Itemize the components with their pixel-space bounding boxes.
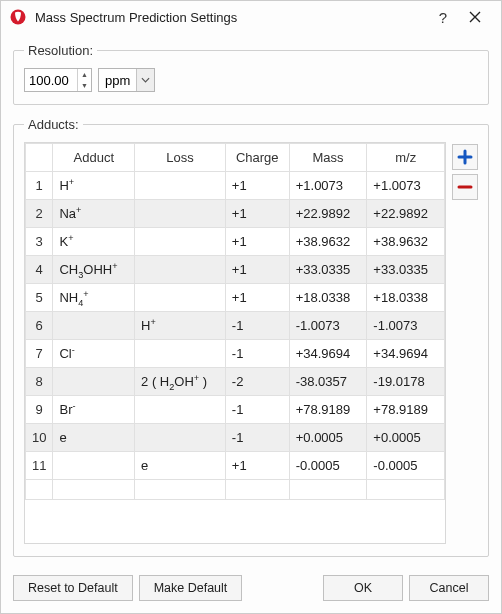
cell-mz[interactable]: +1.0073 — [367, 172, 445, 200]
cell-mz[interactable]: -1.0073 — [367, 312, 445, 340]
table-row-empty[interactable] — [26, 480, 445, 500]
cell-mz[interactable]: +33.0335 — [367, 256, 445, 284]
cell-adduct[interactable]: Na+ — [53, 200, 135, 228]
cell-mass[interactable]: +34.9694 — [289, 340, 367, 368]
cell-mass[interactable]: -38.0357 — [289, 368, 367, 396]
ok-button[interactable]: OK — [323, 575, 403, 601]
cell-adduct[interactable]: H+ — [53, 172, 135, 200]
cell-n[interactable]: 7 — [26, 340, 53, 368]
cell-charge[interactable]: -2 — [225, 368, 289, 396]
cell-loss[interactable]: e — [135, 452, 226, 480]
cell-n[interactable]: 6 — [26, 312, 53, 340]
add-row-button[interactable] — [452, 144, 478, 170]
table-row[interactable]: 7Cl--1+34.9694+34.9694 — [26, 340, 445, 368]
cell-mz[interactable]: +78.9189 — [367, 396, 445, 424]
cell-adduct[interactable] — [53, 368, 135, 396]
cell-charge[interactable]: -1 — [225, 424, 289, 452]
cell-mz[interactable]: +22.9892 — [367, 200, 445, 228]
cell-loss[interactable] — [135, 340, 226, 368]
cell-mass[interactable]: -1.0073 — [289, 312, 367, 340]
cell-charge[interactable]: +1 — [225, 172, 289, 200]
table-row[interactable]: 1H++1+1.0073+1.0073 — [26, 172, 445, 200]
chevron-down-icon[interactable] — [136, 69, 154, 91]
cell-mass[interactable]: +1.0073 — [289, 172, 367, 200]
help-button[interactable]: ? — [427, 7, 459, 27]
table-row[interactable]: 11e+1-0.0005-0.0005 — [26, 452, 445, 480]
table-row[interactable]: 5NH4++1+18.0338+18.0338 — [26, 284, 445, 312]
cell-mz[interactable]: +18.0338 — [367, 284, 445, 312]
cell-adduct[interactable]: Cl- — [53, 340, 135, 368]
table-row[interactable]: 6H+-1-1.0073-1.0073 — [26, 312, 445, 340]
cell-mass[interactable]: +0.0005 — [289, 424, 367, 452]
cell-mz[interactable]: +0.0005 — [367, 424, 445, 452]
unit-combo[interactable]: ppm — [98, 68, 155, 92]
col-mz[interactable]: m/z — [367, 144, 445, 172]
cell-charge[interactable]: +1 — [225, 200, 289, 228]
reset-default-button[interactable]: Reset to Default — [13, 575, 133, 601]
cell-charge[interactable]: +1 — [225, 284, 289, 312]
cell-loss[interactable] — [135, 256, 226, 284]
cell-loss[interactable] — [135, 200, 226, 228]
resolution-input[interactable] — [25, 69, 77, 91]
spinner-arrows[interactable]: ▲ ▼ — [77, 69, 91, 91]
cell-n[interactable]: 10 — [26, 424, 53, 452]
cell-mass[interactable]: +78.9189 — [289, 396, 367, 424]
cell-adduct[interactable] — [53, 312, 135, 340]
cell-n[interactable]: 9 — [26, 396, 53, 424]
table-row[interactable]: 2Na++1+22.9892+22.9892 — [26, 200, 445, 228]
cell-loss[interactable] — [135, 284, 226, 312]
cell-charge[interactable]: +1 — [225, 452, 289, 480]
cell-mz[interactable]: +38.9632 — [367, 228, 445, 256]
cell-n[interactable]: 8 — [26, 368, 53, 396]
cell-mass[interactable]: +22.9892 — [289, 200, 367, 228]
table-row[interactable]: 10e-1+0.0005+0.0005 — [26, 424, 445, 452]
cell-charge[interactable]: +1 — [225, 228, 289, 256]
cell-charge[interactable]: -1 — [225, 312, 289, 340]
cell-adduct[interactable]: NH4+ — [53, 284, 135, 312]
cell-mz[interactable]: +34.9694 — [367, 340, 445, 368]
col-adduct[interactable]: Adduct — [53, 144, 135, 172]
cell-n[interactable]: 2 — [26, 200, 53, 228]
remove-row-button[interactable] — [452, 174, 478, 200]
adducts-table[interactable]: Adduct Loss Charge Mass m/z 1H++1+1.0073… — [25, 143, 445, 500]
cell-loss[interactable] — [135, 172, 226, 200]
cell-adduct[interactable] — [53, 452, 135, 480]
cell-charge[interactable]: -1 — [225, 340, 289, 368]
spinner-up-icon[interactable]: ▲ — [78, 69, 91, 80]
cell-n[interactable]: 4 — [26, 256, 53, 284]
cell-mass[interactable]: -0.0005 — [289, 452, 367, 480]
cell-mass[interactable]: +38.9632 — [289, 228, 367, 256]
col-loss[interactable]: Loss — [135, 144, 226, 172]
cell-n[interactable]: 3 — [26, 228, 53, 256]
table-row[interactable]: 4CH3OHH++1+33.0335+33.0335 — [26, 256, 445, 284]
cell-loss[interactable]: H+ — [135, 312, 226, 340]
cell-adduct[interactable]: K+ — [53, 228, 135, 256]
cell-loss[interactable] — [135, 396, 226, 424]
cell-loss[interactable] — [135, 228, 226, 256]
col-mass[interactable]: Mass — [289, 144, 367, 172]
cell-loss[interactable] — [135, 424, 226, 452]
cell-charge[interactable]: -1 — [225, 396, 289, 424]
table-row[interactable]: 9Br--1+78.9189+78.9189 — [26, 396, 445, 424]
cell-loss[interactable]: 2 ( H2OH+ ) — [135, 368, 226, 396]
cell-n[interactable]: 11 — [26, 452, 53, 480]
cell-adduct[interactable]: Br- — [53, 396, 135, 424]
table-row[interactable]: 82 ( H2OH+ )-2-38.0357-19.0178 — [26, 368, 445, 396]
cell-mass[interactable]: +18.0338 — [289, 284, 367, 312]
cell-adduct[interactable]: e — [53, 424, 135, 452]
cancel-button[interactable]: Cancel — [409, 575, 489, 601]
close-button[interactable] — [459, 7, 491, 27]
spinner-down-icon[interactable]: ▼ — [78, 80, 91, 91]
cell-charge[interactable]: +1 — [225, 256, 289, 284]
cell-n[interactable]: 1 — [26, 172, 53, 200]
cell-mz[interactable]: -19.0178 — [367, 368, 445, 396]
col-charge[interactable]: Charge — [225, 144, 289, 172]
cell-n[interactable]: 5 — [26, 284, 53, 312]
table-row[interactable]: 3K++1+38.9632+38.9632 — [26, 228, 445, 256]
cell-adduct[interactable]: CH3OHH+ — [53, 256, 135, 284]
make-default-button[interactable]: Make Default — [139, 575, 243, 601]
cell-mass[interactable]: +33.0335 — [289, 256, 367, 284]
resolution-spinner[interactable]: ▲ ▼ — [24, 68, 92, 92]
cell-mz[interactable]: -0.0005 — [367, 452, 445, 480]
col-index[interactable] — [26, 144, 53, 172]
